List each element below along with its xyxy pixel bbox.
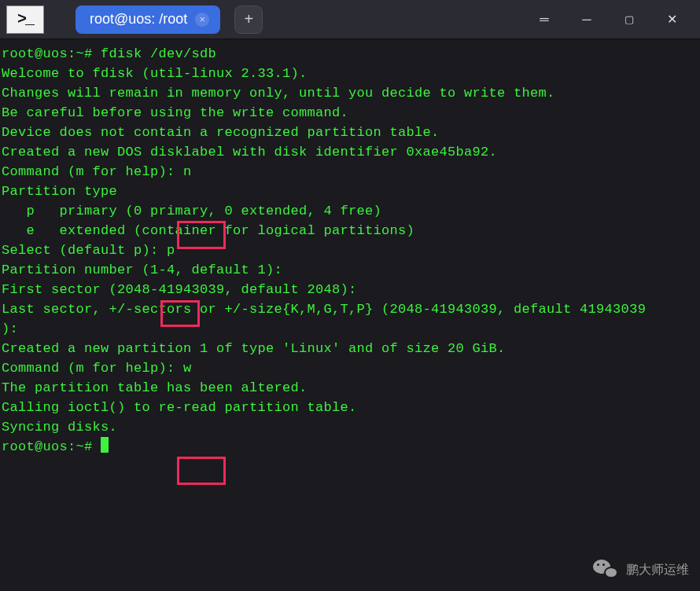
terminal-output[interactable]: root@uos:~# fdisk /dev/sdbWelcome to fdi… [0,39,700,461]
terminal-line: root@uos:~# [2,437,698,457]
wechat-icon [593,560,618,580]
minimize-button[interactable]: ─ [577,10,596,29]
terminal-line: Last sector, +/-sectors or +/-size{K,M,G… [2,299,698,319]
terminal-line: p primary (0 primary, 0 extended, 4 free… [2,201,698,221]
terminal-line: First sector (2048-41943039, default 204… [2,280,698,299]
titlebar: >_ root@uos: /root × + ═ ─ ▢ ✕ [0,0,700,39]
terminal-line: Partition number (1-4, default 1): [2,260,698,280]
cursor [101,437,109,453]
tab-close-button[interactable]: × [195,13,209,27]
close-button[interactable]: ✕ [662,10,681,29]
watermark: 鹏大师运维 [593,560,689,580]
terminal-line: Device does not contain a recognized par… [2,123,698,142]
terminal-line: Created a new partition 1 of type 'Linux… [2,339,698,358]
maximize-button[interactable]: ▢ [620,10,639,29]
terminal-icon: >_ [17,10,33,28]
window-controls: ═ ─ ▢ ✕ [535,10,694,29]
terminal-line: ): [2,319,698,339]
terminal-line: Command (m for help): w [2,358,698,378]
tab-active[interactable]: root@uos: /root × [76,6,220,34]
terminal-line: The partition table has been altered. [2,378,698,398]
terminal-line: Changes will remain in memory only, unti… [2,83,698,103]
tab-label: root@uos: /root [90,11,187,28]
terminal-line: Command (m for help): n [2,162,698,182]
menu-button[interactable]: ═ [535,10,554,29]
terminal-line: root@uos:~# fdisk /dev/sdb [2,44,698,64]
terminal-line: Syncing disks. [2,417,698,437]
terminal-line: e extended (container for logical partit… [2,221,698,240]
terminal-line: Calling ioctl() to re-read partition tab… [2,398,698,417]
terminal-line: Select (default p): p [2,240,698,260]
terminal-line: Welcome to fdisk (util-linux 2.33.1). [2,64,698,83]
app-icon[interactable]: >_ [6,6,44,34]
new-tab-button[interactable]: + [234,6,263,34]
terminal-line: Partition type [2,182,698,201]
watermark-text: 鹏大师运维 [626,562,689,578]
terminal-line: Created a new DOS disklabel with disk id… [2,142,698,162]
terminal-line: Be careful before using the write comman… [2,103,698,123]
